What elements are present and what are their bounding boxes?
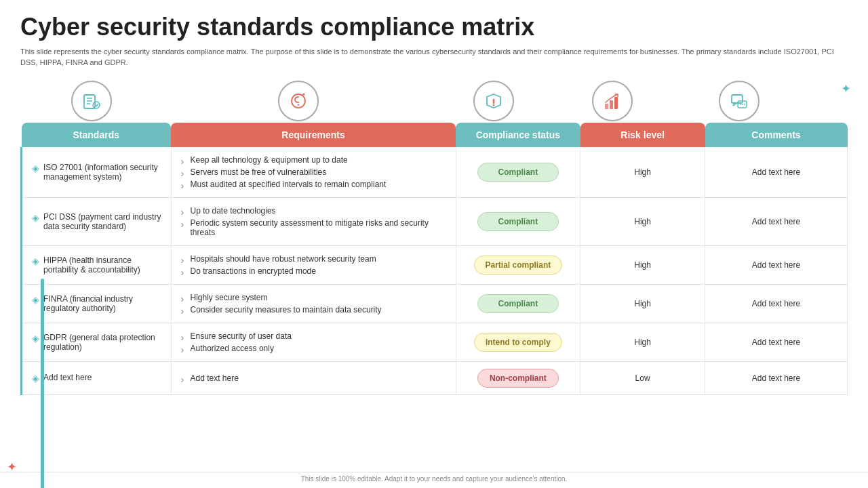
compliance-badge-3: Compliant xyxy=(477,294,559,313)
svg-point-11 xyxy=(492,104,494,106)
left-accent-bar xyxy=(41,279,44,488)
svg-point-17 xyxy=(740,104,741,105)
requirement-item: Consider security measures to maintain d… xyxy=(181,304,446,316)
td-requirements-1: Up to date technologiesPeriodic system s… xyxy=(171,197,456,245)
svg-point-4 xyxy=(93,102,100,108)
decorative-star-top: ✦ xyxy=(841,81,851,96)
icon-col-risk xyxy=(553,81,671,124)
standard-name-5: Add text here xyxy=(43,373,92,382)
icons-row xyxy=(20,81,848,124)
svg-rect-15 xyxy=(732,95,743,103)
table-row: ◈ ISO 27001 (information security manage… xyxy=(22,147,848,198)
slide-subtitle: This slide represents the cyber security… xyxy=(20,46,848,68)
td-compliance-3: Compliant xyxy=(456,284,580,323)
table-header-row: Standards Requirements Compliance status… xyxy=(22,123,848,147)
icon-col-requirements xyxy=(163,81,434,124)
standard-name-0: ISO 27001 (information security manageme… xyxy=(43,163,161,182)
th-comments: Comments xyxy=(705,123,848,147)
th-requirements: Requirements xyxy=(171,123,456,147)
th-risk-level: Risk level xyxy=(580,123,705,147)
svg-rect-14 xyxy=(614,97,618,109)
td-compliance-0: Compliant xyxy=(456,147,580,198)
slide: ✦ Cyber security standards compliance ma… xyxy=(0,0,868,488)
table-row: ◈ Add text here Add text here Non-compli… xyxy=(22,361,848,394)
td-risk-3: High xyxy=(580,284,705,323)
compliance-badge-1: Compliant xyxy=(477,212,559,231)
svg-rect-12 xyxy=(605,104,608,109)
th-compliance-status: Compliance status xyxy=(456,123,580,147)
td-risk-2: High xyxy=(580,245,705,284)
requirement-item: Periodic system security assessment to m… xyxy=(181,217,446,239)
slide-title: Cyber security standards compliance matr… xyxy=(20,14,848,41)
td-requirements-0: Keep all technology & equipment up to da… xyxy=(171,147,456,198)
risk-icon xyxy=(592,81,633,121)
compliance-badge-2: Partial compliant xyxy=(474,256,563,274)
compliance-badge-5: Non-compliant xyxy=(477,369,559,388)
table-row: ◈ HIPPA (health insurance portability & … xyxy=(22,245,848,284)
td-risk-0: High xyxy=(580,147,705,198)
footer-text: This slide is 100% editable. Adapt it to… xyxy=(301,475,568,483)
td-comments-2: Add text here xyxy=(705,245,848,284)
svg-line-6 xyxy=(96,104,98,106)
requirement-item: Do transactions in encrypted mode xyxy=(181,265,446,277)
td-requirements-2: Hospitals should have robust network sec… xyxy=(171,245,456,284)
standard-name-4: GDPR (general data protection regulation… xyxy=(43,333,161,352)
compliance-badge-0: Compliant xyxy=(477,163,559,182)
td-risk-5: Low xyxy=(580,361,705,394)
td-requirements-4: Ensure security of user dataAuthorized a… xyxy=(171,323,456,361)
std-bullet-icon: ◈ xyxy=(32,373,39,384)
std-bullet-icon: ◈ xyxy=(32,294,39,305)
td-standard-2: ◈ HIPPA (health insurance portability & … xyxy=(22,245,172,284)
requirement-item: Ensure security of user data xyxy=(181,330,446,342)
td-compliance-1: Compliant xyxy=(456,197,580,245)
requirement-item: Keep all technology & equipment up to da… xyxy=(181,154,446,166)
td-comments-0: Add text here xyxy=(705,147,848,198)
table-row: ◈ FINRA (financial industry regulatory a… xyxy=(22,284,848,323)
comments-icon xyxy=(719,81,760,121)
requirement-item: Must audited at specified intervals to r… xyxy=(181,178,446,190)
td-requirements-3: Highly secure systemConsider security me… xyxy=(171,284,456,323)
std-bullet-icon: ◈ xyxy=(32,163,39,174)
td-risk-4: High xyxy=(580,323,705,361)
std-bullet-icon: ◈ xyxy=(32,212,39,223)
compliance-icon xyxy=(473,81,514,121)
std-bullet-icon: ◈ xyxy=(32,333,39,344)
matrix-table-wrapper: Standards Requirements Compliance status… xyxy=(20,123,848,395)
td-comments-1: Add text here xyxy=(705,197,848,245)
td-standard-0: ◈ ISO 27001 (information security manage… xyxy=(22,147,172,198)
td-compliance-5: Non-compliant xyxy=(456,361,580,394)
th-standards: Standards xyxy=(22,123,172,147)
td-compliance-2: Partial compliant xyxy=(456,245,580,284)
td-requirements-5: Add text here xyxy=(171,361,456,394)
footer: This slide is 100% editable. Adapt it to… xyxy=(0,472,868,483)
standards-icon xyxy=(71,81,112,121)
td-comments-4: Add text here xyxy=(705,323,848,361)
td-comments-5: Add text here xyxy=(705,361,848,394)
td-standard-1: ◈ PCI DSS (payment card industry data se… xyxy=(22,197,172,245)
matrix-table: Standards Requirements Compliance status… xyxy=(20,123,848,395)
requirement-item: Servers must be free of vulnerabilities xyxy=(181,166,446,178)
requirement-item: Hospitals should have robust network sec… xyxy=(181,253,446,265)
std-bullet-icon: ◈ xyxy=(32,256,39,266)
svg-point-7 xyxy=(292,94,305,108)
requirement-item: Add text here xyxy=(181,372,446,384)
svg-point-19 xyxy=(744,104,745,105)
requirement-item: Highly secure system xyxy=(181,291,446,304)
table-row: ◈ GDPR (general data protection regulati… xyxy=(22,323,848,361)
requirements-icon xyxy=(278,81,319,121)
requirement-item: Authorized access only xyxy=(181,342,446,354)
svg-rect-13 xyxy=(610,100,613,109)
icon-col-standards xyxy=(20,81,163,124)
td-compliance-4: Intend to comply xyxy=(456,323,580,361)
standard-name-3: FINRA (financial industry regulatory aut… xyxy=(43,294,161,313)
svg-point-8 xyxy=(298,104,299,105)
table-row: ◈ PCI DSS (payment card industry data se… xyxy=(22,197,848,245)
svg-point-10 xyxy=(303,93,305,95)
icon-col-comments xyxy=(671,81,807,124)
td-risk-1: High xyxy=(580,197,705,245)
svg-point-18 xyxy=(742,104,743,105)
standard-name-1: PCI DSS (payment card industry data secu… xyxy=(43,212,161,231)
td-comments-3: Add text here xyxy=(705,284,848,323)
icon-col-compliance xyxy=(434,81,553,124)
compliance-badge-4: Intend to comply xyxy=(474,333,562,352)
